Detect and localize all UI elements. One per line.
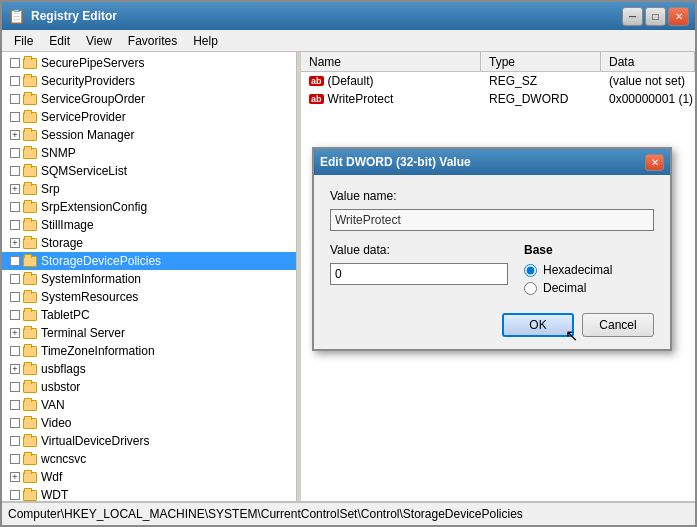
expand-icon <box>10 454 20 464</box>
menu-file[interactable]: File <box>6 32 41 50</box>
folder-icon <box>22 218 38 232</box>
folder-icon <box>22 470 38 484</box>
tree-item-securepipeservers[interactable]: SecurePipeServers <box>2 54 296 72</box>
tree-item-wdf[interactable]: + Wdf <box>2 468 296 486</box>
tree-item-stillimage[interactable]: StillImage <box>2 216 296 234</box>
reg-item-writeprotect[interactable]: ab WriteProtect REG_DWORD 0x00000001 (1) <box>301 90 695 108</box>
dialog-body: Value name: Value data: Base Hexadecimal… <box>314 175 670 349</box>
value-name-label: Value name: <box>330 189 654 203</box>
folder-icon <box>22 344 38 358</box>
menu-help[interactable]: Help <box>185 32 226 50</box>
window-icon: 📋 <box>8 8 25 24</box>
tree-item-securityproviders[interactable]: SecurityProviders <box>2 72 296 90</box>
reg-type-icon: ab <box>309 94 324 104</box>
folder-icon <box>22 56 38 70</box>
value-data-section: Value data: <box>330 243 508 285</box>
tree-item-snmp[interactable]: SNMP <box>2 144 296 162</box>
decimal-option[interactable]: Decimal <box>524 281 654 295</box>
folder-icon <box>22 380 38 394</box>
tree-item-systeminformation[interactable]: SystemInformation <box>2 270 296 288</box>
expand-icon: + <box>10 472 20 482</box>
tree-item-terminal-server[interactable]: + Terminal Server <box>2 324 296 342</box>
value-data-input[interactable] <box>330 263 508 285</box>
expand-icon <box>10 292 20 302</box>
folder-icon <box>22 308 38 322</box>
tree-panel: SecurePipeServers SecurityProviders Serv… <box>2 52 297 501</box>
status-text: Computer\HKEY_LOCAL_MACHINE\SYSTEM\Curre… <box>8 507 523 521</box>
maximize-button[interactable]: □ <box>645 7 666 26</box>
column-headers: Name Type Data <box>301 52 695 72</box>
tree-item-tabletpc[interactable]: TabletPC <box>2 306 296 324</box>
expand-icon <box>10 490 20 500</box>
tree-item-van[interactable]: VAN <box>2 396 296 414</box>
tree-item-wcncsvc[interactable]: wcncsvc <box>2 450 296 468</box>
tree-item-systemresources[interactable]: SystemResources <box>2 288 296 306</box>
folder-icon <box>22 110 38 124</box>
tree-item-video[interactable]: Video <box>2 414 296 432</box>
folder-icon <box>22 326 38 340</box>
hexadecimal-option[interactable]: Hexadecimal <box>524 263 654 277</box>
dialog-buttons: OK ↖ Cancel <box>330 313 654 337</box>
tree-item-wdt[interactable]: WDT <box>2 486 296 501</box>
dialog-close-button[interactable]: ✕ <box>645 154 664 171</box>
folder-icon <box>22 164 38 178</box>
folder-icon <box>22 362 38 376</box>
base-label: Base <box>524 243 654 257</box>
close-button[interactable]: ✕ <box>668 7 689 26</box>
tree-item-sqmservicelist[interactable]: SQMServiceList <box>2 162 296 180</box>
minimize-button[interactable]: ─ <box>622 7 643 26</box>
expand-icon <box>10 274 20 284</box>
tree-list[interactable]: SecurePipeServers SecurityProviders Serv… <box>2 52 296 501</box>
edit-dword-dialog: Edit DWORD (32-bit) Value ✕ Value name: … <box>312 147 672 351</box>
menu-view[interactable]: View <box>78 32 120 50</box>
folder-icon <box>22 416 38 430</box>
expand-icon <box>10 346 20 356</box>
window-title: Registry Editor <box>31 9 117 23</box>
tree-item-usbstor[interactable]: usbstor <box>2 378 296 396</box>
menu-edit[interactable]: Edit <box>41 32 78 50</box>
menu-favorites[interactable]: Favorites <box>120 32 185 50</box>
title-bar: 📋 Registry Editor ─ □ ✕ <box>2 2 695 30</box>
expand-icon <box>10 76 20 86</box>
expand-icon <box>10 436 20 446</box>
tree-item-session-manager[interactable]: + Session Manager <box>2 126 296 144</box>
expand-icon: + <box>10 184 20 194</box>
expand-icon: + <box>10 238 20 248</box>
ok-button[interactable]: OK <box>502 313 574 337</box>
cancel-button[interactable]: Cancel <box>582 313 654 337</box>
tree-item-srpextensionconfig[interactable]: SrpExtensionConfig <box>2 198 296 216</box>
decimal-radio[interactable] <box>524 282 537 295</box>
tree-item-virtualdevicedrivers[interactable]: VirtualDeviceDrivers <box>2 432 296 450</box>
folder-icon <box>22 182 38 196</box>
tree-item-timezoneinformation[interactable]: TimeZoneInformation <box>2 342 296 360</box>
expand-icon <box>10 400 20 410</box>
dialog-title-bar: Edit DWORD (32-bit) Value ✕ <box>314 149 670 175</box>
folder-icon <box>22 74 38 88</box>
expand-icon: + <box>10 328 20 338</box>
registry-editor-window: 📋 Registry Editor ─ □ ✕ File Edit View F… <box>0 0 697 527</box>
expand-icon: + <box>10 130 20 140</box>
folder-icon <box>22 398 38 412</box>
expand-icon <box>10 166 20 176</box>
tree-item-storage[interactable]: + Storage <box>2 234 296 252</box>
folder-icon <box>22 128 38 142</box>
hexadecimal-label: Hexadecimal <box>543 263 612 277</box>
folder-icon <box>22 236 38 250</box>
tree-item-usbflags[interactable]: + usbflags <box>2 360 296 378</box>
folder-icon <box>22 434 38 448</box>
reg-item-default[interactable]: ab (Default) REG_SZ (value not set) <box>301 72 695 90</box>
expand-icon <box>10 256 20 266</box>
expand-icon <box>10 310 20 320</box>
value-data-label: Value data: <box>330 243 508 257</box>
tree-item-srp[interactable]: + Srp <box>2 180 296 198</box>
tree-item-servicegrouporder[interactable]: ServiceGroupOrder <box>2 90 296 108</box>
base-section: Base Hexadecimal Decimal <box>524 243 654 299</box>
col-header-name: Name <box>301 52 481 71</box>
reg-type-icon: ab <box>309 76 324 86</box>
tree-item-serviceprovider[interactable]: ServiceProvider <box>2 108 296 126</box>
menu-bar: File Edit View Favorites Help <box>2 30 695 52</box>
hexadecimal-radio[interactable] <box>524 264 537 277</box>
value-name-input[interactable] <box>330 209 654 231</box>
expand-icon <box>10 418 20 428</box>
tree-item-storagedevicepolicies[interactable]: StorageDevicePolicies <box>2 252 296 270</box>
